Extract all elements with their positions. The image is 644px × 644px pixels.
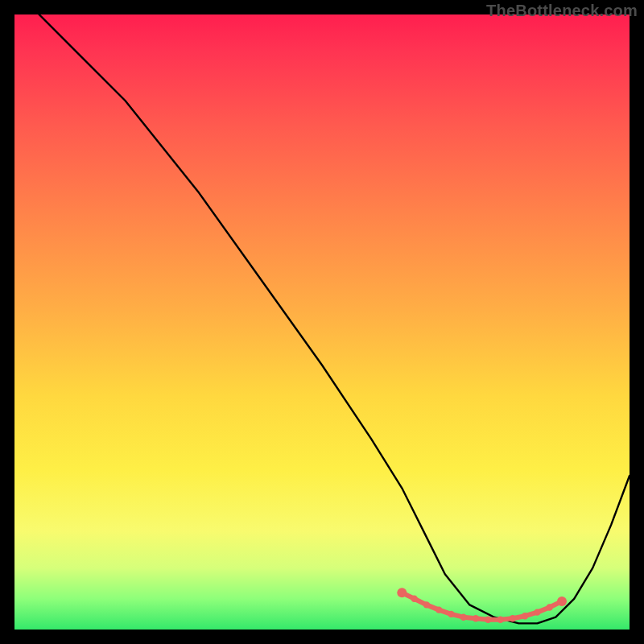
highlight-dot [460, 614, 467, 621]
highlight-dot [423, 601, 430, 608]
highlight-dot [397, 588, 407, 597]
highlight-dot [522, 613, 528, 619]
curve-layer [14, 14, 630, 630]
highlight-dot [510, 615, 516, 621]
highlight-dot [497, 617, 503, 623]
highlight-dot [436, 606, 442, 613]
highlight-dot [485, 617, 491, 623]
plot-area [14, 14, 630, 630]
chart-frame: TheBottleneck.com [0, 0, 644, 644]
highlight-dot [448, 611, 454, 617]
watermark-text: TheBottleneck.com [486, 2, 638, 20]
highlight-dot [557, 597, 567, 606]
highlight-dot [534, 609, 540, 615]
bottleneck-curve [39, 14, 630, 623]
highlight-dot [547, 604, 553, 610]
highlight-dot [411, 596, 417, 602]
optimal-range-dots [397, 588, 567, 623]
highlight-dot [473, 615, 479, 621]
